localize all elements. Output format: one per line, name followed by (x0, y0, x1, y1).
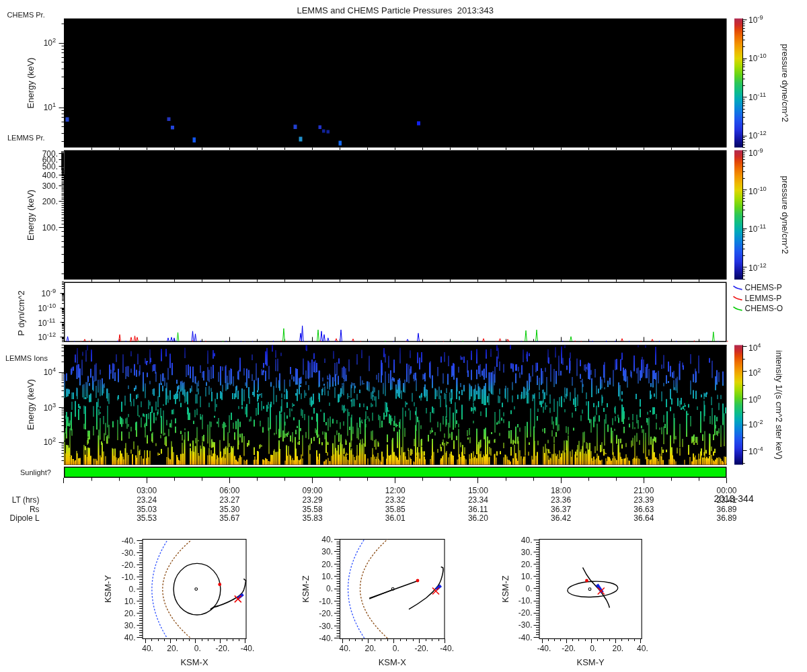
svg-text:0.: 0. (590, 644, 597, 653)
svg-text:36.89: 36.89 (716, 513, 736, 523)
svg-text:40.: 40. (340, 644, 351, 653)
svg-text:KSM-Z: KSM-Z (301, 575, 311, 603)
svg-text:-4: -4 (757, 446, 763, 452)
svg-text:-12: -12 (757, 130, 766, 136)
svg-text:23.29: 23.29 (303, 495, 323, 505)
svg-text:35.67: 35.67 (219, 513, 239, 523)
svg-text:10: 10 (44, 368, 53, 377)
svg-text:LEMMS and CHEMS Particle Press: LEMMS and CHEMS Particle Pressures 2013:… (297, 5, 494, 15)
svg-text:KSM-Y: KSM-Y (577, 657, 605, 667)
svg-text:-10.: -10. (122, 573, 136, 582)
svg-text:23.32: 23.32 (385, 495, 406, 505)
svg-text:10: 10 (748, 263, 758, 273)
svg-text:-10: -10 (47, 302, 56, 309)
svg-text:36.64: 36.64 (633, 513, 654, 523)
svg-text:20.: 20. (124, 609, 136, 618)
svg-text:KSM-X: KSM-X (180, 657, 208, 667)
svg-text:CHEMS-P: CHEMS-P (745, 283, 782, 292)
svg-text:LEMMS-P: LEMMS-P (745, 294, 782, 303)
svg-text:-30.: -30. (518, 620, 533, 630)
svg-text:2: 2 (757, 367, 761, 374)
svg-text:Sunlight?: Sunlight? (20, 468, 51, 476)
svg-text:intensity 1/(s cm^2 ster keV): intensity 1/(s cm^2 ster keV) (774, 350, 784, 460)
svg-text:06:00: 06:00 (219, 486, 239, 495)
svg-text:10: 10 (44, 437, 53, 447)
svg-text:36.89: 36.89 (716, 505, 736, 514)
svg-text:200.: 200. (42, 197, 58, 206)
svg-text:03:00: 03:00 (137, 486, 157, 495)
svg-text:LEMMS Pr.: LEMMS Pr. (7, 134, 45, 142)
svg-text:-20.: -20. (216, 644, 230, 653)
svg-text:CHEMS-O: CHEMS-O (745, 304, 783, 313)
svg-text:40.: 40. (521, 536, 533, 545)
svg-text:0: 0 (757, 394, 761, 401)
svg-text:36.01: 36.01 (385, 513, 406, 523)
svg-text:pressure dyne/cm^2: pressure dyne/cm^2 (780, 44, 790, 122)
svg-text:35.85: 35.85 (385, 505, 406, 514)
svg-text:-9: -9 (757, 147, 763, 154)
svg-text:Rs: Rs (30, 505, 40, 514)
svg-text:700.: 700. (42, 149, 58, 159)
svg-text:0.: 0. (194, 644, 201, 653)
svg-text:35.03: 35.03 (137, 505, 157, 514)
svg-text:10: 10 (44, 403, 53, 413)
svg-text:20.: 20. (321, 560, 333, 569)
svg-text:pressure dyne/cm^2: pressure dyne/cm^2 (780, 175, 790, 254)
svg-text:2: 2 (52, 436, 56, 443)
svg-text:10: 10 (748, 187, 758, 196)
svg-text:10: 10 (748, 15, 758, 25)
svg-text:36.63: 36.63 (633, 505, 654, 514)
svg-text:40.: 40. (637, 644, 648, 653)
svg-text:10: 10 (42, 289, 51, 298)
svg-text:-12: -12 (757, 262, 766, 269)
svg-text:KSM-Y: KSM-Y (103, 575, 113, 603)
svg-text:0.: 0. (128, 585, 135, 594)
svg-text:CHEMS Pr.: CHEMS Pr. (7, 11, 45, 19)
svg-text:20.: 20. (167, 644, 178, 653)
svg-text:35.30: 35.30 (219, 505, 239, 514)
svg-text:100.: 100. (42, 223, 58, 233)
svg-text:10: 10 (748, 420, 758, 429)
svg-text:KSM-X: KSM-X (379, 657, 407, 667)
svg-text:400.: 400. (42, 171, 58, 180)
svg-text:P dyn/cm^2: P dyn/cm^2 (16, 290, 26, 335)
svg-text:-40.: -40. (518, 633, 533, 642)
svg-text:36.11: 36.11 (468, 505, 488, 514)
svg-text:23.34: 23.34 (468, 495, 488, 505)
svg-text:0.: 0. (525, 584, 532, 593)
svg-text:KSM-Z: KSM-Z (500, 575, 510, 603)
svg-text:-20.: -20. (319, 609, 333, 618)
svg-text:-20.: -20. (562, 644, 576, 653)
svg-text:23.36: 23.36 (551, 495, 571, 505)
svg-text:Energy (keV): Energy (keV) (26, 379, 36, 430)
svg-text:-40.: -40. (122, 536, 136, 546)
svg-text:10: 10 (44, 38, 53, 48)
svg-text:-20.: -20. (414, 644, 428, 653)
svg-text:-11: -11 (47, 317, 56, 324)
svg-text:0.: 0. (393, 644, 399, 653)
svg-text:-10: -10 (757, 185, 766, 192)
svg-text:Energy (keV): Energy (keV) (26, 58, 36, 109)
svg-text:-10.: -10. (319, 597, 333, 606)
svg-text:1: 1 (52, 101, 56, 108)
svg-text:-11: -11 (757, 91, 766, 98)
svg-text:40.: 40. (321, 535, 333, 544)
svg-text:LT (hrs): LT (hrs) (12, 495, 40, 505)
svg-text:-40.: -40. (537, 644, 551, 653)
svg-text:4: 4 (52, 366, 56, 373)
svg-text:23.39: 23.39 (633, 495, 654, 505)
svg-text:36.37: 36.37 (551, 505, 571, 514)
svg-text:35.53: 35.53 (137, 513, 157, 523)
svg-text:30.: 30. (521, 548, 533, 557)
svg-text:0.: 0. (326, 584, 333, 593)
svg-text:40.: 40. (124, 633, 136, 642)
svg-text:10: 10 (44, 103, 53, 112)
svg-text:-30.: -30. (122, 548, 136, 558)
svg-text:-9: -9 (50, 288, 56, 294)
svg-text:3: 3 (52, 402, 56, 409)
svg-text:-30.: -30. (319, 622, 333, 631)
svg-text:12:00: 12:00 (385, 486, 406, 495)
svg-text:10: 10 (748, 131, 758, 140)
svg-text:-40.: -40. (319, 634, 333, 643)
svg-text:10: 10 (748, 54, 758, 63)
